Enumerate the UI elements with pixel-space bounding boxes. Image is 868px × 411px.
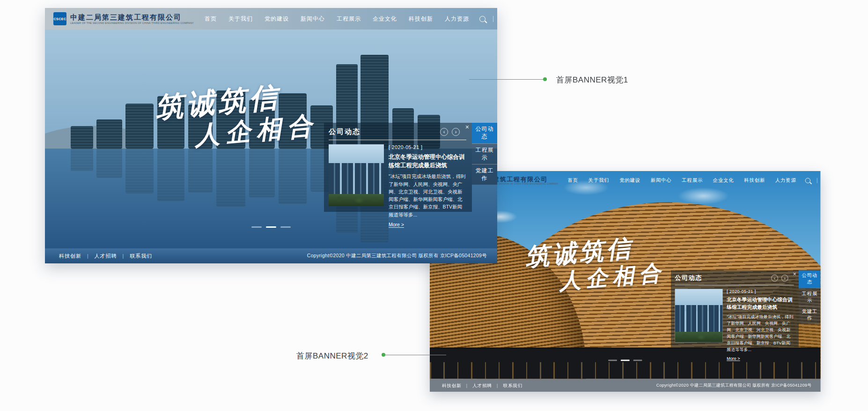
footer-link-contact[interactable]: 联系我们 [503,382,522,389]
copyright-text: Copyright©2020 中建二局第三建筑工程有限公司 版权所有 京ICP备… [656,382,812,388]
annotation-label-banner-2: 首屏BANNER视觉2 [296,351,368,361]
banner-image-city: 筑诚筑信 人企相合 × 公司动态 ‹ › [45,8,497,248]
mockup-banner-visual-1: 筑诚筑信 人企相合 × 公司动态 ‹ › [45,8,497,263]
annotation-label-banner-1: 首屏BANNER视觉1 [556,75,628,85]
nav-technology[interactable]: 科技创新 [744,177,765,184]
more-link[interactable]: More > [389,222,404,228]
search-icon[interactable] [805,178,810,183]
site-logo[interactable]: CSCEC 中建二局第三建筑工程有限公司 LEADER OF THE SECON… [53,12,205,25]
site-header: CSCEC 中建二局第三建筑工程有限公司 LEADER OF THE SECON… [45,8,497,30]
thumb-buildings [675,305,723,335]
pagination-bar-3[interactable] [280,226,291,228]
site-footer: 科技创新 | 人才招聘 | 联系我们 Copyright©2020 中建二局第三… [45,248,497,263]
footer-divider: | [123,254,125,259]
news-date: [ 2020-05-21 ] [727,289,794,293]
next-arrow-icon[interactable]: › [781,275,788,282]
next-arrow-icon[interactable]: › [452,128,460,136]
news-headline[interactable]: 北京冬季运动管理中心综合训练馆工程完成最后浇筑 [389,153,466,170]
side-tab-party-work[interactable]: 党建工作 [472,164,497,185]
news-excerpt: “冰坛”项目完成冰场最后浇筑，得到了新华网、人民网、央视网、央广网、北京卫视、河… [389,172,466,218]
news-excerpt: “冰坛”项目完成冰场最后浇筑，得到了新华网、人民网、央视网、央广网、北京卫视、河… [727,313,794,352]
side-tab-party-work[interactable]: 党建工作 [799,306,821,324]
footer-link-technology[interactable]: 科技创新 [59,253,81,260]
nav-projects[interactable]: 工程展示 [682,177,703,184]
annotation-line-2 [385,355,446,355]
search-icon[interactable] [479,16,485,22]
footer-link-recruit[interactable]: 人才招聘 [472,382,492,389]
prev-arrow-icon[interactable]: ‹ [440,128,448,136]
news-thumbnail-image[interactable] [329,144,384,206]
side-tab-company-news[interactable]: 公司动态 [472,123,497,143]
footer-divider: | [497,383,498,388]
pagination-bar-1[interactable] [251,226,262,228]
news-panel-title: 公司动态 [329,127,360,136]
tool-divider [493,16,493,22]
nav-tools [479,16,497,22]
pagination-bar-3[interactable] [633,360,642,361]
news-date: [ 2020-05-21 ] [389,144,466,150]
annotation-line-1 [469,79,545,80]
nav-home[interactable]: 首页 [568,177,578,184]
design-annotation-board: 筑诚筑信 人企相合 × 公司动态 ‹ › [0,0,868,411]
thumb-trees [675,332,723,343]
company-name-cn: 中建二局第三建筑工程有限公司 [70,13,205,22]
carousel-pagination [251,226,291,228]
copyright-text: Copyright©2020 中建二局第三建筑工程有限公司 版权所有 京ICP备… [307,253,487,259]
annotation-dot-2 [382,353,385,357]
side-tab-projects[interactable]: 工程展示 [472,143,497,164]
side-tab-projects[interactable]: 工程展示 [799,288,821,306]
panel-divider [329,140,466,140]
close-icon[interactable]: × [465,124,469,130]
footer-link-recruit[interactable]: 人才招聘 [95,253,117,260]
nav-hr[interactable]: 人力资源 [445,15,469,23]
news-headline[interactable]: 北京冬季运动管理中心综合训练馆工程完成最后浇筑 [727,296,794,311]
tool-divider [817,178,817,183]
nav-about[interactable]: 关于我们 [228,15,253,23]
main-nav: 首页 关于我们 党的建设 新闻中心 工程展示 企业文化 科技创新 人力资源 [205,15,469,23]
company-news-panel: × 公司动态 ‹ › [ 2020-05-21 [324,123,472,212]
footer-links: 科技创新 | 人才招聘 | 联系我们 [59,253,152,260]
footer-links: 科技创新 | 人才招聘 | 联系我们 [442,382,522,389]
nav-news-center[interactable]: 新闻中心 [651,177,672,184]
nav-home[interactable]: 首页 [205,15,217,23]
nav-news-center[interactable]: 新闻中心 [301,15,325,23]
nav-party-building[interactable]: 党的建设 [265,15,289,23]
footer-link-technology[interactable]: 科技创新 [442,382,461,389]
side-tab-company-news[interactable]: 公司动态 [799,270,821,288]
nav-hr[interactable]: 人力资源 [775,177,796,184]
close-icon[interactable]: × [793,271,796,276]
nav-culture[interactable]: 企业文化 [713,177,734,184]
nav-tools [805,178,821,183]
nav-about[interactable]: 关于我们 [588,177,610,184]
footer-divider: | [87,254,89,259]
nav-party-building[interactable]: 党的建设 [619,177,640,184]
company-name-en: LEADER OF THE SECOND ENGINEERING DIVISIO… [70,22,194,24]
news-panel-title: 公司动态 [675,274,703,282]
side-tab-group: 公司动态 工程展示 党建工作 [799,270,821,324]
nav-culture[interactable]: 企业文化 [373,15,397,23]
side-tab-group: 公司动态 工程展示 党建工作 [472,123,497,185]
thumb-trees [329,194,384,206]
nav-technology[interactable]: 科技创新 [409,15,433,23]
site-footer: 科技创新 | 人才招聘 | 联系我们 Copyright©2020 中建二局第三… [430,379,821,392]
pagination-bar-2[interactable] [621,360,630,361]
carousel-pagination [608,360,642,361]
thumb-buildings [329,163,384,197]
cscec-logo-mark: CSCEC [53,12,66,25]
company-news-panel: × 公司动态 ‹ › [ 2020-05-21 [671,270,799,347]
prev-arrow-icon[interactable]: ‹ [771,275,778,282]
annotation-dot-1 [543,77,547,81]
pagination-bar-1[interactable] [608,360,617,361]
panel-divider [675,285,794,285]
footer-divider: | [466,383,468,388]
main-nav: 首页 关于我们 党的建设 新闻中心 工程展示 企业文化 科技创新 人力资源 [568,177,796,184]
news-thumbnail-image[interactable] [675,289,723,342]
nav-projects[interactable]: 工程展示 [337,15,361,23]
footer-link-contact[interactable]: 联系我们 [130,253,152,260]
more-link[interactable]: More > [727,356,740,361]
pagination-bar-2[interactable] [266,226,276,228]
